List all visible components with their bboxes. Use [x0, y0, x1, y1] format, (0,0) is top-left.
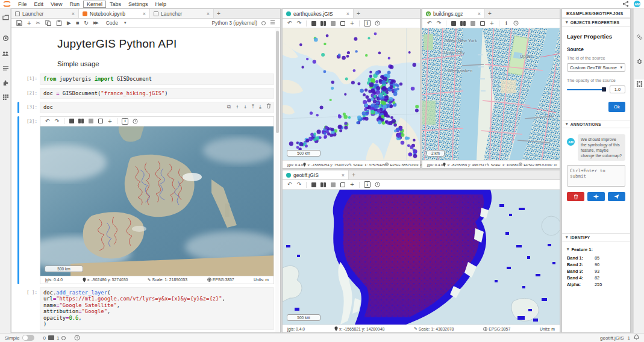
active-document-label[interactable]: geotiff.jGIS: [600, 335, 624, 341]
move-cell-up-icon[interactable]: ↑: [236, 104, 239, 110]
add-layer-icon[interactable]: +: [107, 118, 113, 125]
cell-editor[interactable]: doc = GISDocument("france_hiking.jGIS"): [40, 88, 274, 99]
paste-icon[interactable]: [56, 20, 62, 26]
gis-layers-icon[interactable]: [1, 93, 10, 101]
terminal-icon[interactable]: [48, 335, 54, 340]
save-icon[interactable]: [16, 20, 22, 26]
identify-icon[interactable]: i: [504, 20, 509, 26]
send-annotation-button[interactable]: [608, 192, 625, 201]
tab-launcher-1[interactable]: Launcher ×: [11, 9, 79, 18]
kernel-name[interactable]: Python 3 (ipykernel): [211, 20, 257, 26]
close-icon[interactable]: ×: [478, 11, 481, 17]
move-cell-down-icon[interactable]: ↓: [244, 104, 247, 110]
copy-icon[interactable]: [45, 20, 51, 26]
restart-run-all-icon[interactable]: ▶▶: [93, 20, 98, 25]
ok-button[interactable]: Ok: [608, 102, 625, 112]
slider-handle[interactable]: [602, 87, 606, 92]
running-kernels-icon[interactable]: [1, 34, 10, 42]
tab-earthquakes[interactable]: earthquakes.jGIS ×: [283, 9, 354, 18]
identify-section[interactable]: ▾ IDENTIFY: [562, 233, 630, 241]
france-map[interactable]: 500 km: [40, 126, 274, 276]
extensions-icon[interactable]: [1, 78, 10, 87]
new-tab-button[interactable]: +: [349, 170, 358, 179]
annotation-input[interactable]: [567, 165, 625, 187]
restart-kernel-icon[interactable]: ↻: [84, 20, 89, 26]
run-icon[interactable]: ▶: [67, 20, 71, 26]
undo-icon[interactable]: ↶: [427, 20, 432, 26]
undo-icon[interactable]: ↶: [287, 20, 292, 26]
basemap-gallery-icon[interactable]: [320, 182, 326, 187]
zoom-extent-icon[interactable]: [480, 21, 485, 26]
temporal-controller-icon[interactable]: [375, 20, 380, 26]
menu-item[interactable]: Help: [151, 1, 170, 8]
menu-item[interactable]: Settings: [125, 1, 152, 8]
new-tab-button[interactable]: +: [485, 9, 495, 18]
add-layer-icon[interactable]: +: [349, 181, 355, 188]
opacity-value[interactable]: 1.0: [610, 86, 625, 93]
objects-properties-section[interactable]: ▾ OBJECTS PROPERTIES: [562, 18, 630, 26]
collaboration-icon[interactable]: [1, 49, 10, 58]
code-cell-1[interactable]: [1]: from jupytergis import GISDocument: [11, 73, 274, 85]
menu-item[interactable]: Kernel: [83, 1, 106, 8]
close-icon[interactable]: ×: [72, 11, 75, 17]
new-tab-button[interactable]: +: [354, 9, 363, 18]
annotations-section[interactable]: ▾ ANNOTATIONS: [562, 120, 630, 128]
raster-layer-icon[interactable]: [88, 119, 93, 123]
redo-icon[interactable]: ↷: [54, 119, 60, 124]
zoom-extent-icon[interactable]: [340, 182, 345, 187]
cell-editor[interactable]: doc ⧉ ↑ ↓ ⤒ ⤓: [40, 102, 274, 113]
file-browser-icon[interactable]: [1, 13, 10, 22]
simple-mode-toggle[interactable]: [22, 335, 34, 341]
new-tab-button[interactable]: +: [214, 9, 224, 18]
stop-icon[interactable]: ■: [76, 20, 79, 26]
redo-icon[interactable]: ↷: [296, 20, 302, 26]
kernel-icon[interactable]: [61, 336, 66, 340]
identify-icon[interactable]: i: [122, 118, 128, 125]
buildings-map[interactable]: West New YorkUnion CityWeehawkenUpper 2 …: [422, 28, 560, 160]
property-inspector-icon[interactable]: [635, 33, 643, 41]
cell-type-select[interactable]: Code ▾: [106, 20, 127, 26]
redo-icon[interactable]: ↷: [436, 20, 442, 26]
notebook-scrollbar[interactable]: [275, 28, 280, 332]
opacity-slider[interactable]: [567, 87, 606, 92]
code-cell-3[interactable]: [3]: doc ⧉ ↑ ↓ ⤒ ⤓: [11, 102, 274, 113]
user-avatar[interactable]: AM: [634, 1, 640, 7]
vector-layer-icon[interactable]: [451, 21, 456, 26]
tab-buildings[interactable]: Q buildings.qgz ×: [422, 9, 485, 18]
identify-icon[interactable]: i: [364, 181, 370, 188]
raster-layer-icon[interactable]: [470, 21, 475, 26]
zoom-extent-icon[interactable]: [98, 119, 103, 123]
raster-layer-icon[interactable]: [330, 21, 336, 26]
zoom-extent-icon[interactable]: [340, 21, 345, 26]
undo-icon[interactable]: ↶: [45, 119, 50, 124]
close-icon[interactable]: ×: [143, 11, 146, 17]
insert-cell-below-icon[interactable]: ⤓: [259, 104, 261, 110]
tab-geotiff[interactable]: geotiff.jGIS ×: [283, 170, 349, 179]
delete-cell-icon[interactable]: [266, 103, 271, 110]
vector-layer-icon[interactable]: [311, 182, 316, 187]
raster-layer-icon[interactable]: [330, 182, 336, 187]
menu-item[interactable]: Edit: [31, 1, 48, 8]
geotiff-map[interactable]: 500 km: [283, 190, 560, 325]
notebook-menu-icon[interactable]: [270, 20, 275, 26]
debugger-icon[interactable]: [635, 57, 643, 65]
feature-header[interactable]: ▾ Feature 1:: [567, 247, 625, 252]
redo-icon[interactable]: ↷: [296, 182, 302, 187]
add-layer-icon[interactable]: +: [349, 20, 355, 26]
gis-panel-icon[interactable]: [634, 79, 644, 88]
close-icon[interactable]: ×: [207, 11, 210, 17]
source-select[interactable]: Custom GeoTiff Source ▾: [567, 63, 625, 72]
share-icon[interactable]: [622, 0, 629, 10]
temporal-controller-icon[interactable]: [513, 20, 519, 26]
bell-icon[interactable]: [634, 334, 639, 341]
add-layer-icon[interactable]: +: [489, 20, 495, 26]
insert-cell-icon[interactable]: +: [27, 19, 31, 26]
code-cell-2[interactable]: [2]: doc = GISDocument("france_hiking.jG…: [11, 88, 274, 99]
code-cell-raster[interactable]: [ ]: doc.add_raster_layer( url="https://…: [11, 287, 274, 330]
menu-item[interactable]: Run: [66, 1, 83, 8]
cell-editor[interactable]: from jupytergis import GISDocument: [40, 73, 274, 85]
cut-icon[interactable]: ✂: [36, 20, 40, 26]
vector-layer-icon[interactable]: [69, 119, 74, 123]
basemap-gallery-icon[interactable]: [320, 21, 326, 26]
menu-item[interactable]: File: [14, 1, 31, 8]
